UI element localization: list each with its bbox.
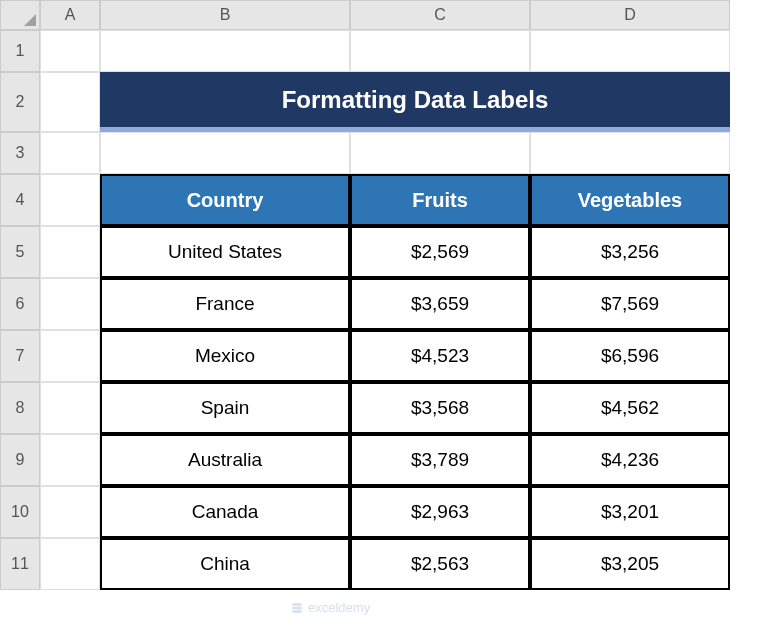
table-cell-vegetables[interactable]: $7,569 [530, 278, 730, 330]
col-header-c[interactable]: C [350, 0, 530, 30]
table-cell-fruits[interactable]: $2,563 [350, 538, 530, 590]
row-header-4[interactable]: 4 [0, 174, 40, 226]
cell-a1[interactable] [40, 30, 100, 72]
table-cell-fruits[interactable]: $2,569 [350, 226, 530, 278]
table-cell-fruits[interactable]: $3,568 [350, 382, 530, 434]
table-cell-vegetables[interactable]: $3,256 [530, 226, 730, 278]
cell-a11[interactable] [40, 538, 100, 590]
cell-a2[interactable] [40, 72, 100, 132]
table-cell-country[interactable]: United States [100, 226, 350, 278]
row-header-10[interactable]: 10 [0, 486, 40, 538]
cell-a8[interactable] [40, 382, 100, 434]
row-header-1[interactable]: 1 [0, 30, 40, 72]
table-cell-vegetables[interactable]: $4,562 [530, 382, 730, 434]
cell-b3[interactable] [100, 132, 350, 174]
table-cell-vegetables[interactable]: $6,596 [530, 330, 730, 382]
title-banner[interactable]: Formatting Data Labels [100, 72, 730, 132]
table-cell-country[interactable]: Mexico [100, 330, 350, 382]
table-cell-country[interactable]: China [100, 538, 350, 590]
watermark: exceldemy [290, 600, 370, 615]
col-header-a[interactable]: A [40, 0, 100, 30]
cell-a7[interactable] [40, 330, 100, 382]
cell-b1[interactable] [100, 30, 350, 72]
table-cell-fruits[interactable]: $3,659 [350, 278, 530, 330]
cell-a9[interactable] [40, 434, 100, 486]
col-header-b[interactable]: B [100, 0, 350, 30]
table-cell-vegetables[interactable]: $4,236 [530, 434, 730, 486]
row-header-5[interactable]: 5 [0, 226, 40, 278]
table-cell-fruits[interactable]: $4,523 [350, 330, 530, 382]
cell-a6[interactable] [40, 278, 100, 330]
row-header-11[interactable]: 11 [0, 538, 40, 590]
select-all-corner[interactable] [0, 0, 40, 30]
row-header-7[interactable]: 7 [0, 330, 40, 382]
table-header-fruits[interactable]: Fruits [350, 174, 530, 226]
row-header-3[interactable]: 3 [0, 132, 40, 174]
table-cell-fruits[interactable]: $3,789 [350, 434, 530, 486]
watermark-text: exceldemy [308, 600, 370, 615]
cell-a4[interactable] [40, 174, 100, 226]
table-cell-country[interactable]: Australia [100, 434, 350, 486]
cell-a5[interactable] [40, 226, 100, 278]
cell-a10[interactable] [40, 486, 100, 538]
table-header-country[interactable]: Country [100, 174, 350, 226]
cell-d3[interactable] [530, 132, 730, 174]
cell-d1[interactable] [530, 30, 730, 72]
table-cell-country[interactable]: Canada [100, 486, 350, 538]
watermark-icon [290, 601, 304, 615]
spreadsheet-grid: A B C D 1 2 Formatting Data Labels 3 4 C… [0, 0, 767, 590]
table-cell-country[interactable]: France [100, 278, 350, 330]
table-header-vegetables[interactable]: Vegetables [530, 174, 730, 226]
table-cell-vegetables[interactable]: $3,201 [530, 486, 730, 538]
cell-a3[interactable] [40, 132, 100, 174]
row-header-8[interactable]: 8 [0, 382, 40, 434]
table-cell-country[interactable]: Spain [100, 382, 350, 434]
row-header-2[interactable]: 2 [0, 72, 40, 132]
table-cell-fruits[interactable]: $2,963 [350, 486, 530, 538]
col-header-d[interactable]: D [530, 0, 730, 30]
table-cell-vegetables[interactable]: $3,205 [530, 538, 730, 590]
cell-c1[interactable] [350, 30, 530, 72]
cell-c3[interactable] [350, 132, 530, 174]
row-header-9[interactable]: 9 [0, 434, 40, 486]
row-header-6[interactable]: 6 [0, 278, 40, 330]
